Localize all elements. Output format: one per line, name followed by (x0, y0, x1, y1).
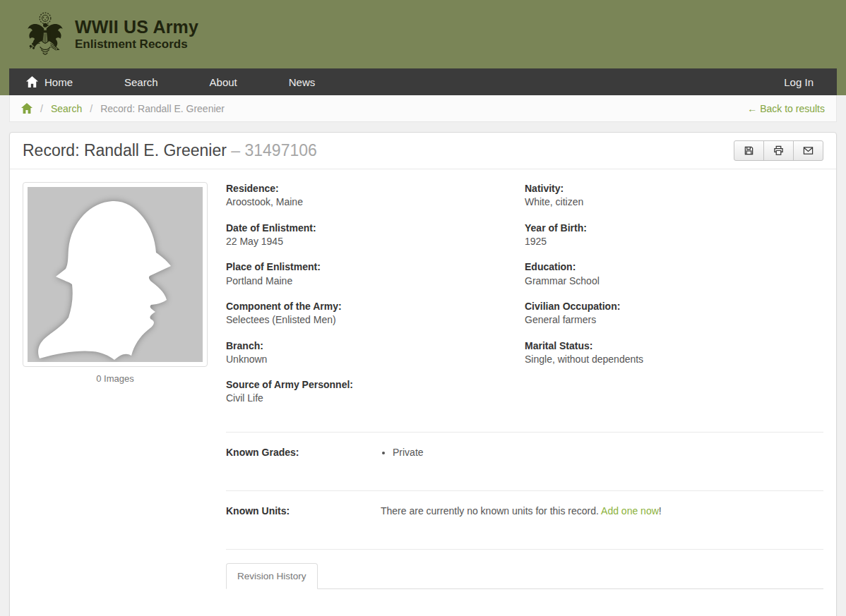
record-heading: Record: Randall E. Greenier – 31497106 (10, 133, 836, 169)
field-source-of-personnel: Source of Army Personnel: Civil Life (226, 378, 525, 406)
nav-label: Search (124, 76, 158, 88)
nav-label: About (210, 76, 237, 88)
fields-column-right: Nativity: White, citizen Year of Birth: … (525, 182, 823, 418)
known-grade-item: Private (393, 447, 823, 458)
login-label: Log In (784, 76, 814, 88)
print-button[interactable] (763, 140, 794, 161)
breadcrumb-current: Record: Randall E. Greenier (100, 103, 225, 114)
email-button[interactable] (793, 140, 823, 161)
save-button[interactable] (734, 140, 764, 161)
add-unit-link[interactable]: Add one now (601, 505, 659, 517)
nav-label: Home (44, 76, 73, 88)
back-to-results-link[interactable]: ← Back to results (747, 103, 825, 114)
field-civilian-occupation: Civilian Occupation: General farmers (525, 300, 823, 327)
fields-column-left: Residence: Aroostook, Maine Date of Enli… (226, 182, 525, 418)
known-units-empty-message: There are currently no known units for t… (381, 505, 823, 517)
field-place-of-enlistment: Place of Enlistment: Portland Maine (226, 260, 525, 288)
divider (226, 549, 823, 550)
field-year-of-birth: Year of Birth: 1925 (525, 222, 823, 249)
known-grades-section: Known Grades: Private (226, 433, 823, 476)
site-subtitle: Enlistment Records (75, 37, 198, 52)
field-date-of-enlistment: Date of Enlistment: 22 May 1945 (226, 222, 525, 249)
breadcrumb-separator: / (90, 103, 93, 114)
navbar-wrap: Home Search About News Log In (0, 68, 846, 95)
known-units-label: Known Units: (226, 505, 381, 517)
print-icon (773, 145, 784, 156)
field-nativity: Nativity: White, citizen (525, 182, 823, 210)
nav-label: News (289, 76, 316, 88)
home-icon[interactable] (21, 103, 32, 114)
record-portrait-placeholder (28, 187, 203, 362)
record-title: Record: Randall E. Greenier (23, 141, 227, 159)
record-images-column: 0 Images (23, 182, 208, 616)
login-link[interactable]: Log In (773, 68, 837, 95)
email-icon (803, 145, 814, 156)
field-education: Education: Grammar School (525, 260, 823, 288)
breadcrumb-separator: / (40, 103, 43, 114)
revision-tabs: Revision History (226, 563, 823, 589)
record-serial-number: – 31497106 (231, 141, 317, 159)
images-count-caption: 0 Images (23, 373, 208, 384)
home-icon (26, 76, 38, 87)
fields-grid: Residence: Aroostook, Maine Date of Enli… (226, 182, 823, 418)
record-body: 0 Images Residence: Aroostook, Maine Dat… (10, 169, 836, 616)
record-portrait-frame[interactable] (23, 182, 208, 367)
field-marital-status: Marital Status: Single, without dependen… (525, 339, 823, 367)
known-units-section: Known Units: There are currently no know… (226, 491, 823, 535)
page-title: Record: Randall E. Greenier – 31497106 (23, 141, 317, 160)
nav-item-search[interactable]: Search (113, 68, 169, 95)
nav-item-home[interactable]: Home (9, 68, 84, 95)
known-grades-label: Known Grades: (226, 447, 381, 458)
us-great-seal-eagle-logo (25, 11, 66, 58)
record-card: Record: Randall E. Greenier – 31497106 (9, 132, 837, 616)
record-toolbar (734, 140, 823, 161)
field-residence: Residence: Aroostook, Maine (226, 182, 525, 210)
soldier-silhouette-icon (28, 187, 203, 362)
known-grades-list: Private (381, 447, 823, 458)
nav-item-news[interactable]: News (278, 68, 327, 95)
breadcrumb-search-link[interactable]: Search (51, 103, 82, 114)
breadcrumb: / Search / Record: Randall E. Greenier ←… (9, 95, 837, 122)
save-icon (744, 145, 754, 156)
site-header: WWII US Army Enlistment Records (0, 0, 846, 68)
nav-item-about[interactable]: About (198, 68, 249, 95)
field-branch: Branch: Unknown (226, 339, 525, 367)
site-title: WWII US Army (75, 17, 198, 37)
site-brand: WWII US Army Enlistment Records (75, 17, 198, 52)
field-component-of-army: Component of the Army: Selectees (Enlist… (226, 300, 525, 327)
main-nav: Home Search About News Log In (9, 68, 837, 95)
record-details: Residence: Aroostook, Maine Date of Enli… (226, 182, 823, 616)
tab-revision-history[interactable]: Revision History (226, 563, 318, 589)
